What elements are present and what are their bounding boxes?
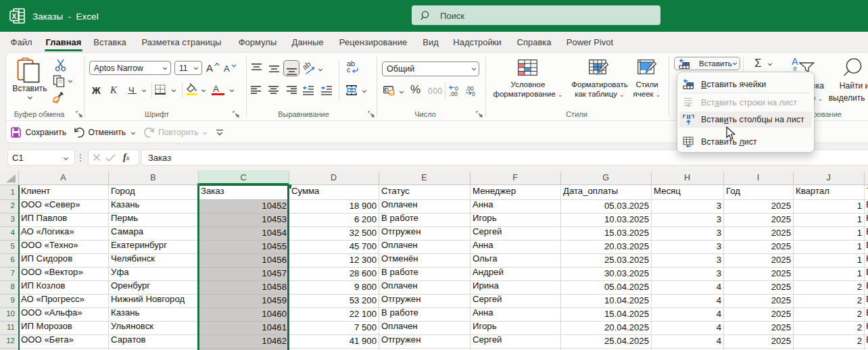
svg-text:X: X: [11, 12, 17, 20]
svg-text:,00: ,00: [450, 91, 458, 97]
svg-text:0: 0: [472, 91, 475, 97]
